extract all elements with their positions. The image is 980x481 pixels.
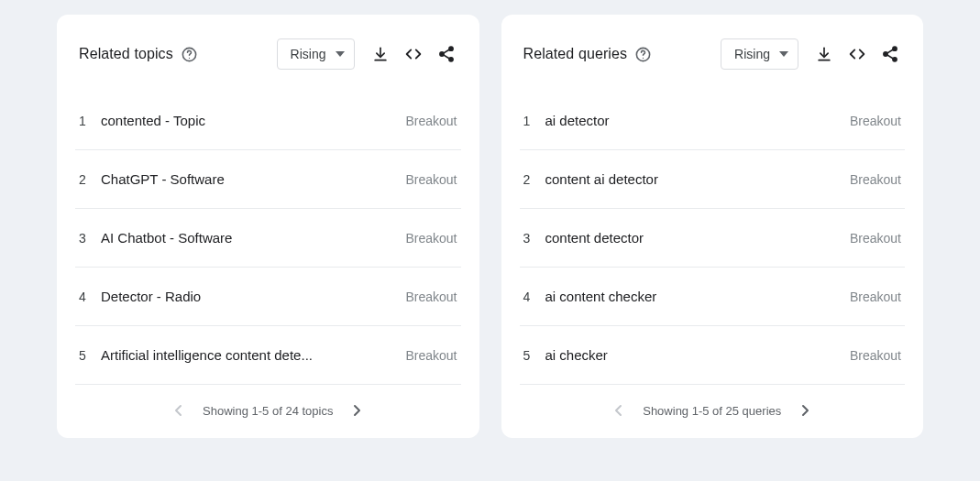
sort-dropdown[interactable]: Rising [721, 38, 798, 70]
card-header: Related queries Rising [501, 15, 924, 81]
help-icon[interactable] [181, 46, 198, 63]
item-label: ai detector [545, 113, 850, 128]
list-item[interactable]: 1 ai detector Breakout [520, 92, 906, 150]
item-label: AI Chatbot - Software [101, 230, 405, 246]
item-label: content ai detector [545, 171, 850, 187]
embed-icon[interactable] [841, 38, 874, 71]
pager-text: Showing 1-5 of 24 topics [203, 404, 333, 418]
item-metric: Breakout [850, 290, 901, 304]
item-label: ChatGPT - Software [101, 171, 405, 187]
item-rank: 1 [523, 114, 545, 128]
svg-point-1 [189, 57, 190, 58]
item-rank: 1 [79, 114, 101, 128]
pager-prev[interactable] [168, 399, 190, 421]
item-metric: Breakout [850, 348, 901, 363]
item-label: Detector - Radio [101, 289, 405, 304]
list-item[interactable]: 3 content detector Breakout [520, 209, 906, 268]
item-metric: Breakout [850, 114, 901, 128]
item-rank: 5 [523, 348, 545, 363]
related-topics-card: Related topics Rising 1 [57, 15, 479, 438]
pager: Showing 1-5 of 25 queries [501, 385, 924, 438]
item-rank: 2 [523, 172, 545, 187]
download-icon[interactable] [364, 38, 397, 71]
sort-dropdown[interactable]: Rising [277, 38, 355, 70]
item-label: content detector [545, 230, 850, 246]
item-metric: Breakout [405, 290, 457, 304]
list-item[interactable]: 2 ChatGPT - Software Breakout [75, 150, 461, 209]
item-rank: 2 [79, 172, 101, 187]
item-rank: 4 [79, 290, 101, 304]
list-item[interactable]: 5 ai checker Breakout [520, 326, 906, 385]
list-item[interactable]: 5 Artificial intelligence content dete..… [75, 326, 461, 385]
svg-point-6 [643, 57, 644, 58]
item-metric: Breakout [850, 231, 901, 246]
item-label: contented - Topic [101, 113, 405, 128]
list-item[interactable]: 2 content ai detector Breakout [520, 150, 906, 209]
item-label: ai content checker [545, 289, 850, 304]
related-queries-card: Related queries Rising 1 [501, 15, 924, 438]
item-metric: Breakout [405, 114, 457, 128]
chevron-down-icon [336, 51, 345, 57]
item-metric: Breakout [405, 172, 457, 187]
download-icon[interactable] [808, 38, 841, 71]
list-item[interactable]: 4 ai content checker Breakout [520, 268, 906, 326]
item-rank: 4 [523, 290, 545, 304]
pager-text: Showing 1-5 of 25 queries [643, 404, 781, 418]
list-item[interactable]: 1 contented - Topic Breakout [75, 92, 461, 150]
pager-next[interactable] [794, 399, 816, 421]
pager: Showing 1-5 of 24 topics [57, 385, 479, 438]
item-label: ai checker [545, 347, 850, 363]
item-metric: Breakout [405, 348, 457, 363]
card-title: Related topics [79, 46, 173, 62]
card-header: Related topics Rising [57, 15, 479, 81]
pager-next[interactable] [346, 399, 368, 421]
item-metric: Breakout [850, 172, 901, 187]
list-item[interactable]: 4 Detector - Radio Breakout [75, 268, 461, 326]
pager-prev[interactable] [608, 399, 630, 421]
item-rank: 3 [79, 231, 101, 246]
item-rank: 5 [79, 348, 101, 363]
item-label: Artificial intelligence content dete... [101, 347, 405, 363]
embed-icon[interactable] [397, 38, 430, 71]
sort-dropdown-label: Rising [734, 47, 770, 61]
topics-list: 1 contented - Topic Breakout 2 ChatGPT -… [57, 81, 479, 385]
item-metric: Breakout [405, 231, 457, 246]
item-rank: 3 [523, 231, 545, 246]
chevron-down-icon [779, 51, 788, 57]
help-icon[interactable] [634, 46, 652, 63]
list-item[interactable]: 3 AI Chatbot - Software Breakout [75, 209, 461, 268]
queries-list: 1 ai detector Breakout 2 content ai dete… [501, 81, 924, 385]
card-title: Related queries [523, 46, 628, 62]
share-icon[interactable] [874, 38, 907, 71]
sort-dropdown-label: Rising [291, 47, 326, 61]
share-icon[interactable] [430, 38, 463, 71]
